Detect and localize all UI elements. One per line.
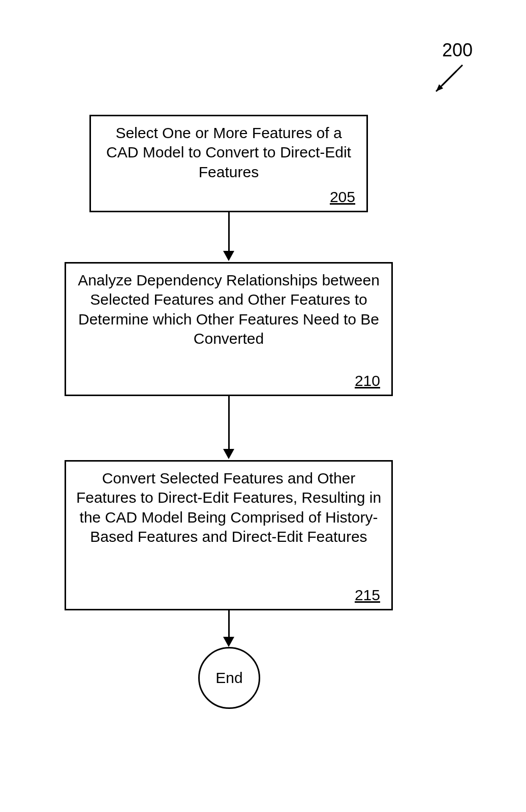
connector-210-215-line [228, 396, 230, 451]
end-terminal: End [198, 647, 260, 709]
flowchart-canvas: 200 Select One or More Features of a CAD… [0, 0, 526, 812]
step-205-text: Select One or More Features of a CAD Mod… [91, 116, 366, 182]
connector-215-end-arrowhead [223, 637, 234, 647]
connector-205-210-line [228, 212, 230, 253]
figure-indicator-arrow [427, 60, 473, 101]
step-215-text: Convert Selected Features and Other Feat… [66, 462, 391, 547]
connector-215-end-line [228, 610, 230, 639]
figure-number: 200 [442, 40, 473, 61]
step-210-text: Analyze Dependency Relationships between… [66, 264, 391, 349]
connector-205-210-arrowhead [223, 251, 234, 261]
step-215-box: Convert Selected Features and Other Feat… [65, 460, 393, 610]
end-label: End [215, 669, 242, 687]
step-210-box: Analyze Dependency Relationships between… [65, 262, 393, 396]
svg-line-1 [442, 71, 456, 85]
step-215-ref: 215 [355, 587, 380, 604]
connector-210-215-arrowhead [223, 449, 234, 459]
step-205-box: Select One or More Features of a CAD Mod… [89, 115, 368, 212]
step-210-ref: 210 [355, 372, 380, 389]
step-205-ref: 205 [330, 188, 355, 206]
